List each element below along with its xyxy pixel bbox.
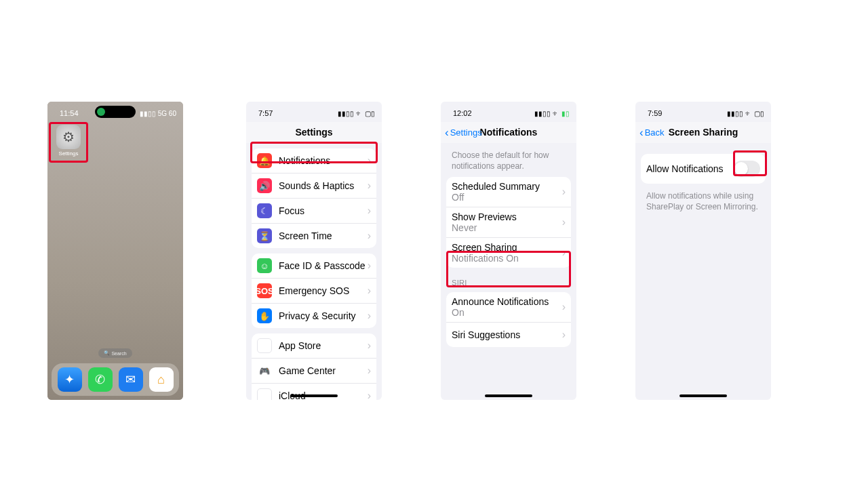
gamecenter-icon: 🎮 [257,363,272,378]
display-note: Choose the default for how notifications… [452,150,566,171]
row-label: App Store [279,340,368,351]
row-show-previews[interactable]: Show Previews Never › [446,207,571,237]
search-label: Search [111,351,126,356]
row-value: Never [452,222,562,233]
chevron-right-icon: › [368,390,371,400]
row-faceid[interactable]: ☺ Face ID & Passcode › [252,253,376,278]
row-allow-notifications[interactable]: Allow Notifications [641,154,766,184]
hand-icon: ✋ [257,308,272,323]
page-title: Settings [295,127,332,138]
notifications-group-1: Scheduled Summary Off › Show Previews Ne… [446,177,571,268]
bell-icon: 🔔 [257,153,272,168]
home-app-icon[interactable]: ⌂ [149,367,174,392]
back-button[interactable]: ‹ Back [639,122,665,142]
safari-icon[interactable]: ✦ [58,367,82,392]
wifi-icon: ᯤ [553,110,559,117]
chevron-right-icon: › [562,216,566,228]
toggle-knob-icon [734,162,748,176]
battery-icon: ▢▯ [754,110,764,117]
chevron-right-icon: › [562,247,566,259]
allow-notifications-group: Allow Notifications [641,154,766,184]
allow-notifications-toggle[interactable] [733,161,760,177]
status-time: 7:57 [258,109,273,117]
back-label: Settings [450,127,482,138]
chevron-right-icon: › [368,340,371,352]
status-time: 7:59 [648,109,662,117]
chevron-right-icon: › [562,329,566,341]
row-sounds[interactable]: 🔊 Sounds & Haptics › [252,173,376,198]
dynamic-island [95,106,136,118]
row-sos[interactable]: SOS Emergency SOS › [252,278,376,303]
row-label: Show Previews [452,211,562,222]
signal-bars-icon: ▮▮▯▯ [338,110,354,117]
status-bar: 7:59 ▮▮▯▯ ᯤ ▢▯ [635,102,771,122]
phone-icon[interactable]: ✆ [88,367,113,392]
row-screen-sharing[interactable]: Screen Sharing Notifications On › [446,237,571,268]
network-label: 5G 60 [158,110,176,117]
settings-label: Settings [52,150,85,157]
chevron-left-icon: ‹ [445,127,449,138]
row-scheduled-summary[interactable]: Scheduled Summary Off › [446,177,571,207]
nav-bar: Settings [246,122,382,143]
signal-bars-icon: ▮▮▯▯ [727,110,743,117]
status-bar: 12:02 ▮▮▯▯ ᯤ ▮▯ [441,102,576,122]
speaker-icon: 🔊 [257,178,272,193]
row-label: Focus [279,205,368,216]
status-indicators: ▮▮▯▯ 5G 60 [140,110,176,117]
hourglass-icon: ⏳ [257,228,272,243]
notifications-screen: 12:02 ▮▮▯▯ ᯤ ▮▯ ‹ Settings Notifications… [441,102,576,400]
row-privacy[interactable]: ✋ Privacy & Security › [252,303,376,328]
chevron-right-icon: › [368,230,371,242]
row-label: Face ID & Passcode [279,260,368,271]
row-screen-time[interactable]: ⏳ Screen Time › [252,223,376,248]
spotlight-search[interactable]: 🔍 Search [98,348,132,358]
chevron-right-icon: › [368,155,371,167]
row-label: Siri Suggestions [452,329,562,340]
row-announce[interactable]: Announce Notifications On › [446,292,571,322]
home-indicator [290,394,338,397]
back-button[interactable]: ‹ Settings [445,122,482,142]
row-label: Privacy & Security [279,310,368,321]
chevron-right-icon: › [562,186,566,198]
row-appstore[interactable]: Ⓐ App Store › [252,333,376,358]
wifi-icon: ᯤ [745,110,752,117]
toggle-label: Allow Notifications [646,163,733,174]
chevron-right-icon: › [368,285,371,297]
notifications-group-siri: Announce Notifications On › Siri Suggest… [446,292,571,347]
home-screen: 11:54 ▮▮▯▯ 5G 60 ⚙ Settings 🔍 Search ✦ ✆… [47,102,183,400]
dock: ✦ ✆ ✉ ⌂ [52,363,179,396]
chevron-right-icon: › [368,310,371,322]
status-time: 11:54 [60,109,79,117]
signal-bars-icon: ▮▮▯▯ [534,110,551,117]
settings-icon: ⚙ [56,125,81,149]
row-label: Announce Notifications [452,296,562,307]
home-indicator [679,394,727,397]
chevron-right-icon: › [368,365,371,377]
row-gamecenter[interactable]: 🎮 Game Center › [252,358,376,383]
back-label: Back [645,127,665,138]
row-label: Screen Time [279,230,368,241]
settings-app[interactable]: ⚙ Settings [52,125,85,157]
status-indicators: ▮▮▯▯ ᯤ ▢▯ [338,110,375,117]
row-label: Emergency SOS [279,285,368,296]
chevron-right-icon: › [368,180,371,192]
page-title: Notifications [480,127,538,138]
chevron-left-icon: ‹ [639,127,644,138]
status-time: 12:02 [453,109,472,117]
siri-section-header: SIRI [452,279,566,287]
chevron-right-icon: › [562,301,566,313]
moon-icon: ☾ [257,203,272,218]
row-siri-suggestions[interactable]: Siri Suggestions › [446,322,571,347]
row-icloud[interactable]: ☁ iCloud › [252,383,376,400]
settings-group-1: 🔔 Notifications › 🔊 Sounds & Haptics › ☾… [252,148,376,248]
settings-group-3: Ⓐ App Store › 🎮 Game Center › ☁ iCloud ›… [252,333,376,400]
nav-bar: ‹ Settings Notifications [441,122,576,143]
mail-icon[interactable]: ✉ [119,367,143,392]
signal-bars-icon: ▮▮▯▯ [140,110,156,117]
row-notifications[interactable]: 🔔 Notifications › [252,148,376,173]
settings-list-screen: 7:57 ▮▮▯▯ ᯤ ▢▯ Settings 🔔 Notifications … [246,102,382,400]
cloud-icon: ☁ [257,388,272,400]
row-label: Notifications [279,155,368,166]
row-focus[interactable]: ☾ Focus › [252,198,376,223]
sos-icon: SOS [257,283,272,298]
